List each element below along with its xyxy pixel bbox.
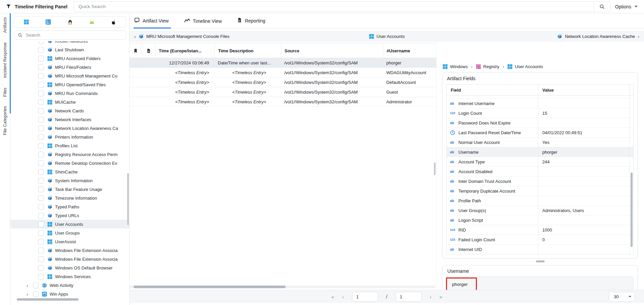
sidebar-item-known-networks[interactable]: Known Networks <box>10 41 129 45</box>
checkbox[interactable] <box>38 73 44 79</box>
checkbox[interactable] <box>33 283 39 288</box>
field-row[interactable]: 123Login Count15 <box>447 108 633 118</box>
checkbox[interactable] <box>38 256 44 262</box>
field-row[interactable]: abUsernamephorger <box>447 147 633 157</box>
field-row[interactable]: abLogon Script <box>447 215 633 225</box>
column-header-time[interactable]: Time (Europe/Istan... <box>155 44 214 58</box>
options-dropdown[interactable]: Options <box>615 4 638 9</box>
field-row[interactable]: abUser Password Hint <box>447 96 633 99</box>
sidebar-item-last-shutdown[interactable]: Last Shutdown <box>10 45 129 54</box>
rail-tab-incident-response[interactable]: Incident Response <box>3 42 7 78</box>
sidebar-item-windows-file-extension-associa[interactable]: Windows File Extension Associa <box>10 255 129 263</box>
column-menu-icon[interactable] <box>430 48 434 50</box>
sidebar-item-registry-resource-access-perm[interactable]: Registry Resource Access Perm <box>10 150 129 159</box>
sidebar-item-remote-desktop-connection-ev[interactable]: Remote Desktop Connection Ev <box>10 159 129 167</box>
checkbox[interactable] <box>38 265 44 271</box>
sidebar-group-web-activity[interactable]: ›Web Activity <box>10 281 129 290</box>
rail-tab-artifacts[interactable]: Artifacts <box>3 17 7 33</box>
checkbox[interactable] <box>38 274 44 279</box>
table-row[interactable]: <Timeless Entry><Timeless Entry>/vol1//W… <box>130 87 436 97</box>
sidebar-item-profiles-list[interactable]: Profiles List <box>10 141 129 150</box>
checkbox[interactable] <box>38 41 44 44</box>
current-page-input[interactable] <box>352 294 378 300</box>
sidebar-item-windows-os-default-browser[interactable]: Windows OS Default Browser <box>10 263 129 272</box>
sidebar-item-printers-information[interactable]: Printers Information <box>10 133 129 141</box>
checkbox[interactable] <box>38 64 44 70</box>
field-row[interactable]: abProfile Path <box>447 196 633 206</box>
linux-icon[interactable] <box>67 19 73 25</box>
sidebar-item-network-interfaces[interactable]: Network Interfaces <box>10 115 129 124</box>
breadcrumb-user-accounts[interactable]: User Accounts <box>507 64 543 69</box>
field-row[interactable]: abTemporary Duplicate Account <box>447 186 633 196</box>
checkbox[interactable] <box>38 47 44 53</box>
checkbox[interactable] <box>38 221 44 227</box>
checkbox[interactable] <box>38 187 44 192</box>
page-size-select[interactable]: 30 <box>609 292 635 302</box>
column-header-username[interactable]: #Username <box>383 44 436 58</box>
sidebar-item-typed-paths[interactable]: Typed Paths <box>10 202 129 211</box>
tab-timeline-view[interactable]: Timeline View <box>184 18 224 29</box>
sidebar-item-user-groups[interactable]: User Groups <box>10 228 129 237</box>
table-row[interactable]: <Timeless Entry><Timeless Entry>/vol1//W… <box>130 78 436 87</box>
checkbox[interactable] <box>38 82 44 88</box>
sidebar-item-mru-opened-saved-files[interactable]: MRU Opened/Saved Files <box>10 80 129 89</box>
checkbox[interactable] <box>38 248 44 253</box>
sidebar-group-win-apps[interactable]: ›Win Apps <box>10 290 129 298</box>
breadcrumb-registry[interactable]: Registry <box>476 64 499 69</box>
field-row[interactable]: 123Failed Login Count0 <box>447 235 633 245</box>
android-icon[interactable] <box>89 19 95 25</box>
table-row[interactable]: <Timeless Entry><Timeless Entry>/vol1//W… <box>130 68 436 78</box>
table-row[interactable]: <Timeless Entry><Timeless Entry>/vol1//W… <box>130 97 436 107</box>
chevron-right-icon[interactable]: › <box>27 283 31 288</box>
field-row[interactable]: abInternet UID <box>447 245 633 254</box>
breadcrumb-next[interactable]: Network Location Awareness Cache › <box>557 34 639 39</box>
sidebar-vertical-scrollbar[interactable] <box>127 173 129 225</box>
windows-icon[interactable] <box>23 19 29 25</box>
sidebar-item-mru-microsoft-management-co[interactable]: MRU Microsoft Management Co <box>10 71 129 80</box>
sidebar-horizontal-scrollbar[interactable] <box>17 298 79 301</box>
checkbox[interactable] <box>38 91 44 96</box>
sidebar-item-windows-services[interactable]: Windows Services <box>10 272 129 281</box>
sidebar-item-task-bar-feature-usage[interactable]: Task Bar Feature Usage <box>10 185 129 194</box>
macos-icon[interactable] <box>45 19 51 25</box>
table-horizontal-scrollbar[interactable] <box>134 286 286 288</box>
field-row[interactable]: abPassword Does Not Expire <box>447 118 633 128</box>
checkbox[interactable] <box>38 99 44 105</box>
column-header-source[interactable]: Source <box>281 44 383 58</box>
checkbox[interactable] <box>38 125 44 131</box>
search-button[interactable] <box>594 2 610 12</box>
breadcrumb-prev[interactable]: ‹ MRU Microsoft Management Console Files <box>134 34 230 39</box>
sidebar-item-timezone-information[interactable]: Timezone Information <box>10 194 129 202</box>
tab-artifact-view[interactable]: Artifact View <box>134 17 171 29</box>
table-vertical-scrollbar[interactable] <box>434 162 436 175</box>
checkbox[interactable] <box>38 169 44 175</box>
checkbox[interactable] <box>38 152 44 157</box>
checkbox[interactable] <box>38 213 44 218</box>
total-pages-input[interactable] <box>396 294 421 300</box>
sidebar-item-typed-urls[interactable]: Typed URLs <box>10 211 129 220</box>
checkbox[interactable] <box>38 239 44 245</box>
checkbox[interactable] <box>38 230 44 236</box>
checkbox[interactable] <box>38 56 44 61</box>
first-page-button[interactable]: « <box>331 294 334 299</box>
field-row[interactable]: 123RID1000 <box>447 225 633 235</box>
sidebar-item-network-cards[interactable]: Network Cards <box>10 106 129 115</box>
sidebar-item-mru-run-commands[interactable]: MRU Run Commands <box>10 89 129 98</box>
sidebar-item-mru-files-folders[interactable]: MRU Files/Folders <box>10 63 129 71</box>
field-row[interactable]: abAccount Type244 <box>447 157 633 167</box>
field-row[interactable]: abInter Domain Trust Account <box>447 176 633 186</box>
checkbox[interactable] <box>38 195 44 201</box>
field-row[interactable]: abNormal User AccountYes <box>447 138 633 147</box>
sidebar-item-user-accounts[interactable]: User Accounts <box>10 220 129 228</box>
sidebar-search-input[interactable] <box>25 32 126 38</box>
sidebar-item-windows-file-extension-associa[interactable]: Windows File Extension Associa <box>10 246 129 255</box>
checkbox[interactable] <box>38 108 44 114</box>
checkbox[interactable] <box>38 143 44 149</box>
sidebar-item-userassist[interactable]: UserAssist <box>10 237 129 246</box>
fields-vertical-scrollbar[interactable] <box>631 172 633 247</box>
apple-icon[interactable] <box>111 19 116 25</box>
checkbox[interactable] <box>38 117 44 122</box>
quick-search-input[interactable] <box>74 2 594 12</box>
sidebar-item-mru-accessed-folders[interactable]: MRU Accessed Folders <box>10 54 129 63</box>
table-row[interactable]: 12/27/2024 03:06:49Date/Time when user l… <box>130 58 436 68</box>
